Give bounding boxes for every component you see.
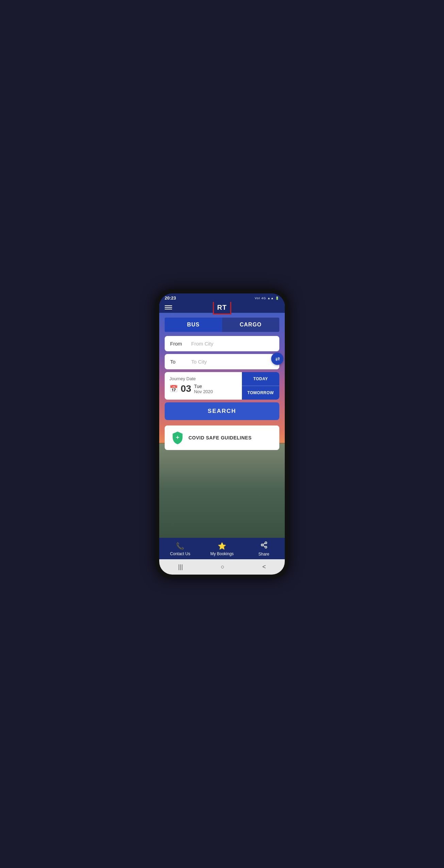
tab-bus[interactable]: BUS xyxy=(165,318,222,332)
journey-date-label: Journey Date xyxy=(169,376,237,381)
from-placeholder: From City xyxy=(191,341,213,347)
status-icons: VoI 4G ▲▲ 🔋 xyxy=(255,296,279,300)
form-area: From From City ⇅ To To City J xyxy=(165,336,279,400)
date-left[interactable]: Journey Date 📅 03 Tue Nov 2020 xyxy=(165,372,242,400)
main-area: RT BUS CARGO From From City xyxy=(159,302,285,538)
phone-icon: 📞 xyxy=(176,542,184,550)
system-nav: ||| ○ < xyxy=(159,559,285,575)
header: RT xyxy=(159,302,285,313)
to-row[interactable]: To To City xyxy=(165,354,279,369)
tab-container: BUS CARGO xyxy=(165,318,279,332)
home-button[interactable]: ○ xyxy=(221,563,225,570)
covid-text: COVID SAFE GUIDELINES xyxy=(188,435,252,440)
star-icon: ⭐ xyxy=(218,542,226,550)
contact-label: Contact Us xyxy=(170,551,190,556)
logo-text: RT xyxy=(217,304,227,311)
date-number: 03 xyxy=(181,383,191,394)
shield-icon xyxy=(171,431,184,445)
share-label: Share xyxy=(258,552,269,557)
date-quick-buttons: TODAY TOMORROW xyxy=(242,372,279,400)
nav-bookings[interactable]: ⭐ My Bookings xyxy=(201,542,243,556)
content-overlay: RT BUS CARGO From From City xyxy=(159,302,285,500)
svg-line-4 xyxy=(263,543,265,545)
hamburger-menu[interactable] xyxy=(165,305,172,309)
phone-shell: 20:23 VoI 4G ▲▲ 🔋 xyxy=(155,289,289,579)
date-row: Journey Date 📅 03 Tue Nov 2020 xyxy=(165,372,279,400)
swap-icon: ⇅ xyxy=(274,357,281,361)
status-time: 20:23 xyxy=(165,295,176,301)
swap-button[interactable]: ⇅ xyxy=(271,353,283,365)
today-button[interactable]: TODAY xyxy=(242,372,279,386)
nav-contact[interactable]: 📞 Contact Us xyxy=(159,542,201,556)
logo-box: RT xyxy=(213,302,231,315)
from-row[interactable]: From From City ⇅ xyxy=(165,336,279,351)
tab-cargo[interactable]: CARGO xyxy=(222,318,280,332)
to-placeholder: To City xyxy=(191,359,207,365)
calendar-icon: 📅 xyxy=(169,385,178,393)
covid-banner[interactable]: COVID SAFE GUIDELINES xyxy=(165,425,279,450)
recent-apps-button[interactable]: ||| xyxy=(178,563,183,570)
status-bar: 20:23 VoI 4G ▲▲ 🔋 xyxy=(159,293,285,302)
from-label: From xyxy=(170,341,187,347)
notch xyxy=(205,289,239,292)
share-icon xyxy=(260,541,268,550)
bottom-nav: 📞 Contact Us ⭐ My Bookings Share xyxy=(159,538,285,559)
signal-icons: VoI 4G ▲▲ 🔋 xyxy=(255,296,279,300)
search-button[interactable]: SEARCH xyxy=(165,402,279,420)
date-value: 📅 03 Tue Nov 2020 xyxy=(169,383,237,394)
date-day-name: Tue xyxy=(194,384,213,389)
date-month-year: Nov 2020 xyxy=(194,389,213,394)
nav-share[interactable]: Share xyxy=(243,541,285,557)
phone-inner: 20:23 VoI 4G ▲▲ 🔋 xyxy=(159,293,285,575)
date-info: Tue Nov 2020 xyxy=(194,384,213,394)
bookings-label: My Bookings xyxy=(210,551,234,556)
to-label: To xyxy=(170,359,187,365)
logo-container: RT xyxy=(213,302,231,315)
tomorrow-button[interactable]: TOMORROW xyxy=(242,386,279,400)
back-button[interactable]: < xyxy=(262,563,266,570)
svg-line-3 xyxy=(263,545,265,547)
